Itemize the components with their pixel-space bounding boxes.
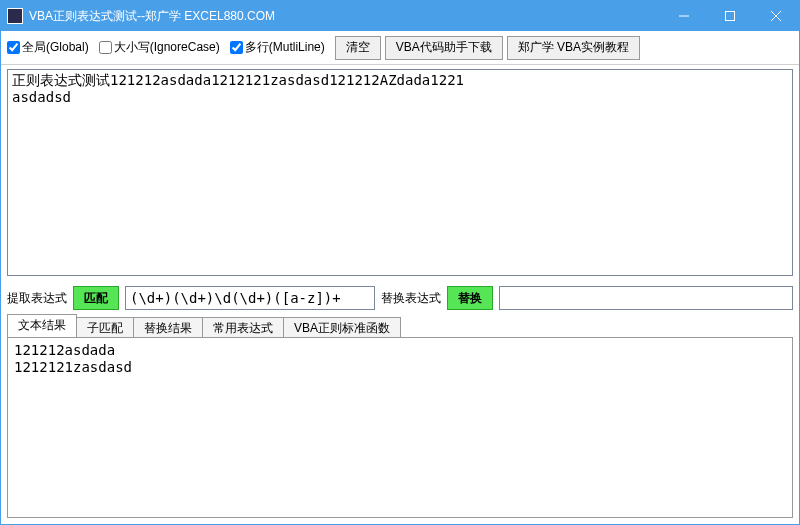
tab-label: 替换结果 [144, 321, 192, 335]
global-checkbox-input[interactable] [7, 41, 20, 54]
result-text[interactable]: 121212asdada 1212121zasdasd [7, 337, 793, 518]
tab-submatch[interactable]: 子匹配 [76, 317, 134, 337]
tutorial-button[interactable]: 郑广学 VBA实例教程 [507, 36, 640, 60]
tab-label: 文本结果 [18, 318, 66, 332]
ignorecase-checkbox-label: 大小写(IgnoreCase) [114, 39, 220, 56]
source-textarea[interactable] [7, 69, 793, 276]
ignorecase-checkbox-input[interactable] [99, 41, 112, 54]
tab-label: 子匹配 [87, 321, 123, 335]
close-icon [771, 11, 781, 21]
multiline-checkbox-input[interactable] [230, 41, 243, 54]
multiline-checkbox[interactable]: 多行(MutliLine) [230, 39, 325, 56]
download-button[interactable]: VBA代码助手下载 [385, 36, 503, 60]
replace-label: 替换表达式 [381, 290, 441, 307]
tab-label: VBA正则标准函数 [294, 321, 390, 335]
clear-button[interactable]: 清空 [335, 36, 381, 60]
replace-input[interactable] [499, 286, 793, 310]
tab-text-result[interactable]: 文本结果 [7, 314, 77, 337]
source-area [1, 65, 799, 283]
app-icon [7, 8, 23, 24]
pattern-input[interactable] [125, 286, 375, 310]
global-checkbox-label: 全局(Global) [22, 39, 89, 56]
global-checkbox[interactable]: 全局(Global) [7, 39, 89, 56]
replace-button[interactable]: 替换 [447, 286, 493, 310]
tab-label: 常用表达式 [213, 321, 273, 335]
window: VBA正则表达式测试--郑广学 EXCEL880.COM 全局(Global) … [0, 0, 800, 525]
toolbar: 全局(Global) 大小写(IgnoreCase) 多行(MutliLine)… [1, 31, 799, 65]
tab-common-expr[interactable]: 常用表达式 [202, 317, 284, 337]
match-button[interactable]: 匹配 [73, 286, 119, 310]
multiline-checkbox-label: 多行(MutliLine) [245, 39, 325, 56]
minimize-icon [679, 11, 689, 21]
extract-label: 提取表达式 [7, 290, 67, 307]
window-title: VBA正则表达式测试--郑广学 EXCEL880.COM [29, 8, 661, 25]
maximize-icon [725, 11, 735, 21]
tab-replace-result[interactable]: 替换结果 [133, 317, 203, 337]
expression-row: 提取表达式 匹配 替换表达式 替换 [1, 283, 799, 313]
ignorecase-checkbox[interactable]: 大小写(IgnoreCase) [99, 39, 220, 56]
result-wrap: 121212asdada 1212121zasdasd [1, 337, 799, 524]
minimize-button[interactable] [661, 1, 707, 31]
titlebar[interactable]: VBA正则表达式测试--郑广学 EXCEL880.COM [1, 1, 799, 31]
tabstrip: 文本结果 子匹配 替换结果 常用表达式 VBA正则标准函数 [1, 313, 799, 337]
svg-rect-1 [726, 12, 735, 21]
close-button[interactable] [753, 1, 799, 31]
maximize-button[interactable] [707, 1, 753, 31]
tab-vba-std-func[interactable]: VBA正则标准函数 [283, 317, 401, 337]
